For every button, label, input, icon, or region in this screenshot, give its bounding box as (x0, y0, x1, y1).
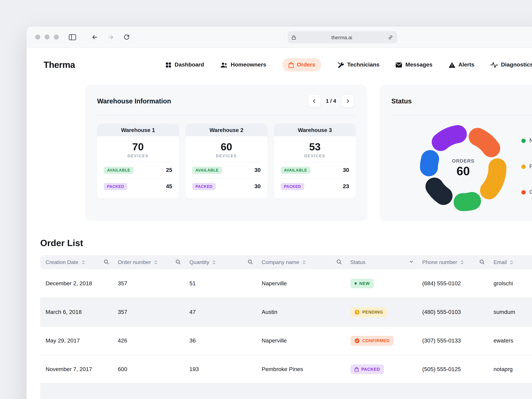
search-icon[interactable] (175, 259, 181, 266)
sort-icon[interactable] (154, 260, 158, 265)
legend-dot (521, 190, 526, 194)
available-count: 25 (166, 167, 172, 173)
available-badge: AVAILABLE (192, 166, 222, 174)
status-label: PENDING (362, 310, 383, 315)
sort-icon[interactable] (509, 260, 514, 265)
divider (97, 115, 355, 116)
reload-icon[interactable] (123, 34, 130, 40)
cell-creation-date: March 6, 2018 (40, 309, 118, 315)
cell-order-number: 357 (118, 309, 190, 315)
browser-window: therma.ai Therma Dashboard (27, 27, 532, 399)
sidebar-toggle-icon[interactable] (69, 34, 76, 40)
address-bar[interactable]: therma.ai (288, 31, 397, 43)
nav-item-dashboard[interactable]: Dashboard (165, 62, 204, 68)
cell-order-number: 426 (118, 337, 190, 344)
warehouse-devices-count: 53 (281, 141, 349, 153)
nav-item-label: Alerts (458, 62, 474, 68)
column-label: Company name (262, 259, 299, 265)
packed-count: 45 (166, 183, 172, 190)
clock-icon (354, 309, 360, 315)
column-header-email: Email (494, 259, 532, 265)
nav-item-label: Messages (405, 62, 433, 68)
lock-icon (291, 35, 296, 40)
cell-phone-number: (307) 555-0133 (422, 337, 494, 344)
table-row-partial (40, 384, 532, 399)
devices-label: DEVICES (104, 154, 172, 158)
warehouse-devices-count: 70 (104, 141, 172, 153)
table-header-row: Creation Date Order number Quantity (40, 255, 532, 269)
status-badge-pending: PENDING (350, 307, 387, 317)
devices-label: DEVICES (192, 154, 261, 158)
table-row[interactable]: May 29, 2017 426 36 Naperville CONFIRMED… (40, 327, 532, 355)
cell-quantity: 51 (189, 280, 262, 287)
search-icon[interactable] (247, 259, 253, 266)
available-count: 30 (254, 167, 261, 173)
table-row[interactable]: March 6, 2018 357 47 Austin PENDING (480… (40, 298, 532, 327)
legend-item-pending: Pending (521, 163, 532, 170)
minimize-window-button[interactable] (44, 35, 50, 40)
warehouse-information-panel: Warehouse Information 1 / 4 Warehouse 1 (85, 85, 367, 221)
nav-item-orders[interactable]: Orders (282, 58, 321, 71)
nav-item-technicians[interactable]: Technicians (337, 61, 380, 68)
bag-icon (354, 367, 359, 372)
legend-item-new: New (521, 137, 532, 144)
cell-order-number: 600 (118, 366, 190, 373)
packed-badge: PACKED (104, 183, 127, 190)
cell-quantity: 193 (189, 366, 262, 373)
column-label: Quantity (189, 259, 209, 265)
table-row[interactable]: December 2, 2018 357 51 Naperville NEW (… (40, 269, 532, 298)
app-content: Therma Dashboard Homeowners (27, 48, 532, 399)
close-window-button[interactable] (35, 35, 40, 40)
zoom-window-button[interactable] (54, 35, 59, 40)
nav-item-label: Diagnostics (501, 62, 532, 68)
people-icon (220, 62, 228, 68)
legend-label: Confirmed (529, 189, 532, 196)
legend-label: Pending (529, 163, 532, 170)
table-row[interactable]: November 7, 2017 600 193 Pembroke Pines … (40, 355, 532, 384)
link-icon[interactable] (388, 34, 393, 40)
cell-creation-date: May 29, 2017 (40, 337, 118, 344)
pager-prev-button[interactable] (308, 95, 321, 108)
cell-email: sumdum (494, 309, 532, 315)
pulse-icon (490, 62, 498, 68)
warehouse-name: Warehouse 2 (185, 124, 267, 136)
search-icon[interactable] (104, 259, 109, 266)
legend-item-confirmed: Confirmed (521, 189, 532, 196)
chevron-down-icon[interactable] (409, 259, 414, 265)
sort-icon[interactable] (302, 260, 306, 265)
order-list-section: Order List Creation Date Order number (40, 238, 532, 399)
sort-icon[interactable] (81, 260, 85, 265)
packed-badge: PACKED (192, 183, 216, 190)
brand-logo[interactable]: Therma (44, 60, 75, 70)
back-icon[interactable] (91, 34, 98, 40)
cell-order-number: 357 (118, 280, 190, 287)
column-label: Phone number (422, 259, 457, 265)
donut-center-label: ORDERS (452, 158, 475, 163)
column-header-quantity: Quantity (189, 259, 262, 266)
nav-item-homeowners[interactable]: Homeowners (220, 62, 266, 68)
grid-icon (165, 62, 171, 68)
column-label: Order number (118, 259, 151, 265)
forward-icon[interactable] (108, 34, 114, 40)
column-header-order-number: Order number (118, 259, 190, 266)
sort-icon[interactable] (212, 260, 216, 265)
warehouse-card-3: Warehouse 3 53 DEVICES AVAILABLE 30 PACK… (274, 124, 356, 198)
cell-phone-number: (480) 555-0103 (422, 309, 494, 315)
orders-donut-chart: ORDERS 60 (410, 115, 516, 221)
nav-item-label: Homeowners (231, 62, 266, 68)
sort-icon[interactable] (460, 260, 464, 265)
orders-table: Creation Date Order number Quantity (40, 255, 532, 399)
column-label: Creation Date (45, 259, 78, 265)
nav-item-diagnostics[interactable]: Diagnostics (490, 62, 532, 68)
nav-item-label: Technicians (347, 62, 380, 68)
nav-item-label: Dashboard (175, 62, 204, 68)
status-label: NEW (359, 281, 370, 286)
cell-quantity: 36 (189, 337, 262, 344)
pager-next-button[interactable] (342, 95, 354, 108)
nav-item-label: Orders (297, 62, 315, 68)
search-icon[interactable] (479, 259, 485, 266)
status-label: CONFIRMED (362, 338, 390, 343)
nav-item-alerts[interactable]: Alerts (448, 62, 474, 68)
search-icon[interactable] (336, 259, 342, 266)
nav-item-messages[interactable]: Messages (395, 62, 433, 68)
